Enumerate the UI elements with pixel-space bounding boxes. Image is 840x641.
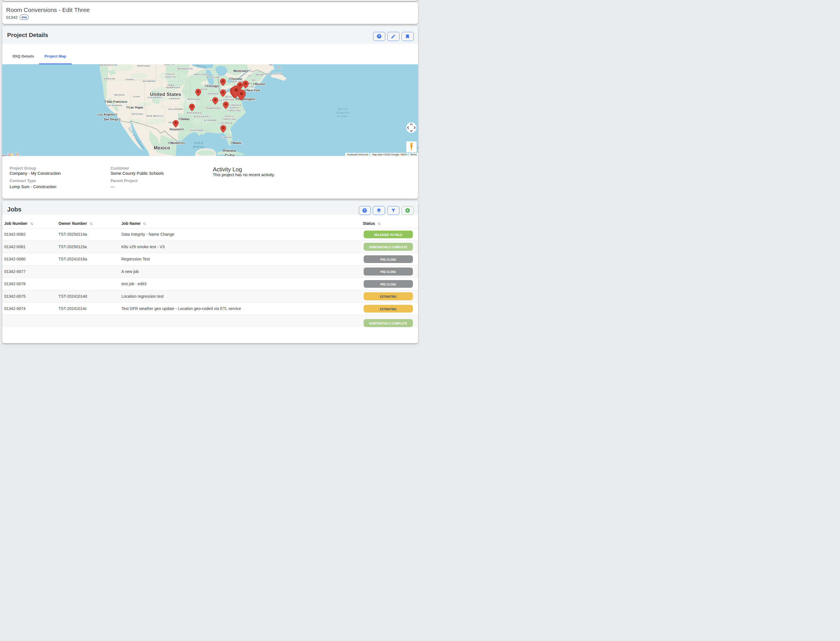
svg-text:North: North [338, 107, 348, 110]
svg-text:ALABAMA: ALABAMA [204, 119, 217, 122]
svg-text:DAKOTA: DAKOTA [165, 76, 176, 78]
svg-text:WISCONSIN: WISCONSIN [194, 73, 209, 76]
svg-text:VT: VT [248, 74, 251, 77]
svg-text:New York: New York [247, 89, 260, 92]
svg-text:MA: MA [248, 82, 253, 85]
svg-text:Cuba: Cuba [225, 153, 235, 156]
svg-text:SOUTH: SOUTH [225, 115, 233, 118]
svg-text:o: o [8, 151, 11, 156]
svg-text:CAROLINA: CAROLINA [227, 109, 241, 112]
svg-text:NH: NH [252, 79, 256, 81]
svg-text:SOUTH: SOUTH [166, 73, 175, 76]
svg-text:Gulf of: Gulf of [194, 141, 203, 145]
svg-text:OREGON: OREGON [104, 77, 115, 80]
svg-text:NEBRASKA: NEBRASKA [166, 86, 180, 89]
svg-text:NEVADA: NEVADA [114, 93, 125, 96]
svg-text:WEST: WEST [225, 96, 232, 98]
svg-text:VIRGINIA: VIRGINIA [222, 98, 234, 101]
svg-text:OKLAHOMA: OKLAHOMA [168, 108, 183, 110]
svg-text:Houston: Houston [169, 127, 182, 131]
svg-text:o: o [11, 151, 13, 156]
svg-text:Map data ©2025 Google, INEGI: Map data ©2025 Google, INEGI [372, 153, 407, 156]
svg-text:e: e [16, 151, 19, 156]
svg-text:UTAH: UTAH [133, 95, 140, 98]
svg-text:Havana: Havana [225, 149, 236, 152]
svg-text:Monterrey: Monterrey [171, 141, 185, 145]
svg-text:RI: RI [251, 85, 254, 88]
svg-text:PE: PE [277, 66, 281, 69]
svg-text:Dallas: Dallas [181, 117, 190, 121]
svg-text:CAROLINA: CAROLINA [222, 118, 236, 121]
svg-text:NB: NB [269, 64, 273, 66]
svg-text:NOVA SCOTIA: NOVA SCOTIA [265, 72, 282, 75]
svg-text:San Francisco: San Francisco [107, 100, 127, 103]
svg-text:San Diego: San Diego [104, 118, 118, 121]
svg-text:Atlantic: Atlantic [335, 111, 350, 114]
svg-text:FLORIDA: FLORIDA [220, 136, 232, 139]
svg-text:Ocean: Ocean [337, 114, 349, 118]
svg-text:MISSOURI: MISSOURI [188, 98, 200, 100]
svg-text:America: America [193, 145, 204, 148]
svg-text:Los Angeles: Los Angeles [97, 113, 115, 116]
svg-text:Montreal: Montreal [233, 69, 246, 72]
svg-text:MAINE: MAINE [256, 73, 264, 76]
svg-text:Chicago: Chicago [207, 84, 219, 87]
svg-text:NORTH: NORTH [230, 106, 239, 109]
svg-text:TENNESSEE: TENNESSEE [206, 107, 221, 110]
svg-text:Las Vegas: Las Vegas [129, 106, 143, 109]
svg-text:MONTANA: MONTANA [137, 64, 150, 67]
svg-text:WASHINGTON: WASHINGTON [100, 64, 117, 66]
svg-text:MICHIGAN: MICHIGAN [207, 76, 220, 79]
svg-text:Terms: Terms [410, 153, 417, 156]
svg-text:INDIANA: INDIANA [208, 92, 218, 95]
svg-text:DAKOTA: DAKOTA [164, 64, 175, 66]
svg-text:?: ? [378, 35, 380, 38]
svg-text:ARKANSAS: ARKANSAS [187, 111, 201, 114]
svg-text:?: ? [364, 209, 366, 212]
svg-text:MINNESOTA: MINNESOTA [177, 68, 193, 70]
svg-text:IDAHO: IDAHO [126, 78, 134, 81]
svg-text:United States: United States [150, 91, 181, 97]
svg-text:GEORGIA: GEORGIA [220, 122, 232, 124]
svg-text:Boston: Boston [255, 82, 265, 86]
svg-text:VIRGINIA: VIRGINIA [230, 104, 241, 106]
svg-text:KANSAS: KANSAS [169, 97, 180, 100]
svg-text:WYOMING: WYOMING [143, 80, 155, 82]
svg-text:Keyboard shortcuts: Keyboard shortcuts [347, 153, 369, 156]
svg-text:CALIFORNIA: CALIFORNIA [106, 104, 122, 107]
svg-text:MISSISSIPPI: MISSISSIPPI [194, 115, 209, 118]
svg-text:NEW MEXICO: NEW MEXICO [146, 115, 163, 117]
svg-text:Mexico: Mexico [154, 145, 170, 150]
svg-text:LOUISIANA: LOUISIANA [189, 129, 203, 132]
svg-text:Miami: Miami [233, 141, 241, 144]
svg-text:g: g [13, 151, 15, 156]
svg-text:W: W [417, 147, 418, 151]
svg-text:ARIZONA: ARIZONA [132, 113, 143, 115]
svg-text:Toronto: Toronto [231, 77, 242, 80]
svg-text:G: G [5, 151, 8, 156]
